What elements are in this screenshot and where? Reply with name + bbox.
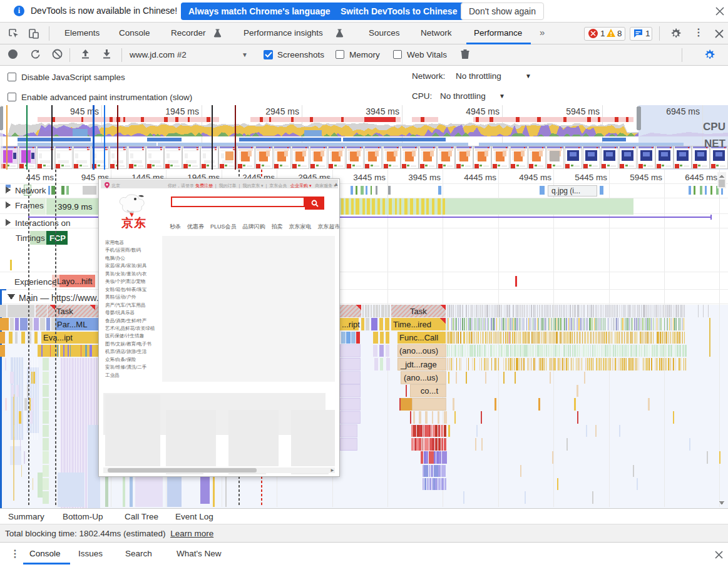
- svg-text:co...t: co...t: [421, 386, 439, 396]
- svg-text:Func...Call: Func...Call: [399, 333, 438, 342]
- svg-text:q.jpg (i...: q.jpg (i...: [551, 186, 580, 195]
- svg-text:Experience: Experience: [14, 277, 57, 287]
- svg-text:3945 ms: 3945 ms: [408, 173, 441, 182]
- svg-text:Eva...ipt: Eva...ipt: [43, 333, 73, 342]
- svg-text:3445 ms: 3445 ms: [353, 173, 386, 182]
- svg-text:2945 ms: 2945 ms: [265, 106, 299, 116]
- svg-text:945 ms: 945 ms: [70, 106, 99, 116]
- svg-text:_jdt...rage: _jdt...rage: [400, 360, 437, 369]
- svg-text:4945 ms: 4945 ms: [519, 173, 551, 182]
- svg-text:445 ms: 445 ms: [26, 173, 54, 182]
- svg-text:399.9 ms: 399.9 ms: [58, 202, 93, 212]
- svg-text:Frames: Frames: [15, 201, 44, 210]
- svg-text:(ano...us): (ano...us): [404, 373, 438, 382]
- svg-text:CPU: CPU: [703, 121, 725, 133]
- svg-text:5945 ms: 5945 ms: [566, 106, 600, 116]
- svg-text:5945 ms: 5945 ms: [630, 173, 662, 182]
- svg-text:6945 ms: 6945 ms: [666, 106, 700, 116]
- svg-text:4945 ms: 4945 ms: [466, 106, 500, 116]
- svg-text:...ript: ...ript: [342, 320, 360, 329]
- svg-text:Par...ML: Par...ML: [57, 320, 87, 329]
- svg-text:5445 ms: 5445 ms: [575, 173, 607, 182]
- svg-text:4445 ms: 4445 ms: [464, 173, 496, 182]
- svg-text:Interactions on: Interactions on: [15, 218, 71, 228]
- svg-text:Time...ired: Time...ired: [393, 320, 431, 329]
- svg-text:Timings: Timings: [16, 233, 45, 243]
- svg-text:NET: NET: [704, 138, 726, 150]
- svg-text:Layo...hift: Layo...hift: [57, 277, 93, 286]
- svg-text:Task: Task: [56, 307, 73, 316]
- svg-text:FCP: FCP: [49, 233, 66, 243]
- svg-text:3945 ms: 3945 ms: [366, 106, 399, 116]
- svg-text:Network: Network: [15, 186, 46, 195]
- svg-text:1945 ms: 1945 ms: [165, 106, 199, 116]
- svg-text:Task: Task: [410, 307, 427, 316]
- svg-text:6445 ms: 6445 ms: [685, 173, 717, 182]
- svg-text:(ano...ous): (ano...ous): [399, 346, 438, 355]
- svg-text:Main — https://www.j: Main — https://www.j: [19, 293, 101, 303]
